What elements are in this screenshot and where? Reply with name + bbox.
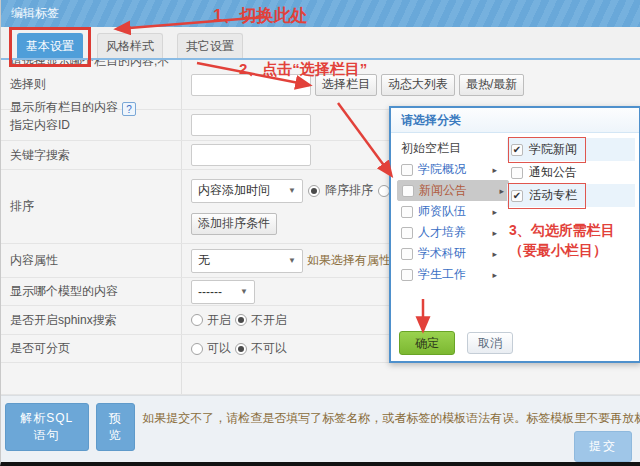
category-checkbox[interactable] bbox=[401, 206, 413, 218]
preview-button[interactable]: 预览 bbox=[96, 403, 136, 451]
sphinx-off-label: 不开启 bbox=[251, 312, 287, 329]
annotation-step3-line1: 3、勾选所需栏目 bbox=[509, 220, 635, 240]
column-input[interactable] bbox=[191, 74, 311, 96]
category-checkbox[interactable] bbox=[401, 269, 413, 281]
subcategory-checkbox-checked[interactable] bbox=[511, 190, 523, 202]
category-tree-left: 初始空栏目 学院概况 ▸ 新闻公告 ▸ 师资队伍 ▸ bbox=[397, 138, 501, 285]
paging-yes-radio[interactable] bbox=[191, 343, 203, 355]
hot-new-button[interactable]: 最热/最新 bbox=[459, 74, 524, 96]
content-id-label: 指定内容ID bbox=[1, 110, 182, 140]
list-item-research[interactable]: 学术科研 ▸ bbox=[397, 243, 501, 264]
attribute-select[interactable]: 无 ▼ bbox=[191, 249, 303, 273]
form-row-column-select: 请选择显示哪个栏目的内容,不选择则 显示所有栏目的内容? 选择栏目 动态大列表 … bbox=[1, 60, 640, 110]
category-checkbox[interactable] bbox=[401, 164, 413, 176]
sphinx-on-label: 开启 bbox=[207, 312, 231, 329]
content-id-input[interactable] bbox=[191, 114, 311, 136]
ok-button[interactable]: 确定 bbox=[399, 331, 455, 355]
cancel-button[interactable]: 取消 bbox=[467, 332, 513, 354]
submit-button[interactable]: 提交 bbox=[574, 431, 632, 462]
list-item-activity-column[interactable]: 活动专栏 bbox=[507, 184, 635, 207]
list-item-faculty[interactable]: 师资队伍 ▸ bbox=[397, 201, 501, 222]
form-row-empty bbox=[1, 363, 640, 395]
category-checkbox[interactable] bbox=[401, 248, 413, 260]
model-label: 显示哪个模型的内容 bbox=[1, 278, 182, 305]
tab-strip: 基本设置 风格样式 其它设置 bbox=[1, 27, 640, 60]
footer-bar: 解析SQL语句 预览 如果提交不了，请检查是否填写了标签名称，或者标签的模板语法… bbox=[1, 395, 640, 462]
annotation-step3: 3、勾选所需栏目 （要最小栏目） bbox=[507, 220, 635, 261]
sort-field-select[interactable]: 内容添加时间 ▼ bbox=[191, 179, 303, 203]
tab-other-settings[interactable]: 其它设置 bbox=[177, 33, 243, 58]
select-column-button[interactable]: 选择栏目 bbox=[315, 74, 377, 96]
category-checkbox[interactable] bbox=[402, 185, 414, 197]
tab-basic-settings[interactable]: 基本设置 bbox=[17, 33, 83, 58]
category-checkbox[interactable] bbox=[401, 227, 413, 239]
paging-label: 是否可分页 bbox=[1, 335, 182, 362]
window-title: 编辑标签 bbox=[1, 0, 640, 27]
add-sort-condition-button[interactable]: 添加排序条件 bbox=[191, 213, 277, 235]
annotation-step3-line2: （要最小栏目） bbox=[509, 240, 635, 260]
sort-field-value: 内容添加时间 bbox=[198, 182, 270, 199]
sphinx-label: 是否开启sphinx搜索 bbox=[1, 306, 182, 334]
chevron-down-icon: ▼ bbox=[288, 186, 296, 195]
list-item-overview[interactable]: 学院概况 ▸ bbox=[397, 159, 501, 180]
attribute-label: 内容属性 bbox=[1, 244, 182, 277]
attribute-note: 如果选择有属性 bbox=[307, 252, 391, 269]
paging-no-radio[interactable] bbox=[235, 343, 247, 355]
model-select[interactable]: ------ ▼ bbox=[191, 280, 255, 304]
expand-arrow-icon[interactable]: ▸ bbox=[492, 270, 497, 280]
list-item-empty-root: 初始空栏目 bbox=[397, 138, 501, 159]
column-select-label: 请选择显示哪个栏目的内容,不选择则 显示所有栏目的内容? bbox=[1, 60, 182, 109]
expand-arrow-icon[interactable]: ▸ bbox=[492, 249, 497, 259]
popup-title: 请选择分类 bbox=[391, 108, 639, 133]
chevron-down-icon: ▼ bbox=[288, 256, 296, 265]
expand-arrow-icon[interactable]: ▸ bbox=[492, 165, 497, 175]
keyword-input[interactable] bbox=[191, 144, 311, 166]
attribute-select-value: 无 bbox=[198, 252, 210, 269]
tab-style[interactable]: 风格样式 bbox=[97, 33, 163, 58]
sphinx-on-radio[interactable] bbox=[191, 314, 203, 326]
list-item-college-news[interactable]: 学院新闻 bbox=[507, 138, 635, 161]
keyword-label: 关键字搜索 bbox=[1, 141, 182, 169]
sphinx-off-radio[interactable] bbox=[235, 314, 247, 326]
subcategory-checkbox[interactable] bbox=[511, 167, 523, 179]
dynamic-list-button[interactable]: 动态大列表 bbox=[381, 74, 455, 96]
list-item-notices[interactable]: 通知公告 bbox=[507, 161, 635, 184]
subcategory-list: 学院新闻 通知公告 活动专栏 3、勾选所需栏目 （要最小栏目） bbox=[501, 138, 635, 285]
expand-arrow-icon[interactable]: ▸ bbox=[492, 228, 497, 238]
list-item-student-work[interactable]: 学生工作 ▸ bbox=[397, 264, 501, 285]
model-select-value: ------ bbox=[198, 285, 222, 299]
sort-desc-radio-label: 降序排序 bbox=[325, 182, 373, 199]
sort-desc-radio[interactable] bbox=[308, 185, 320, 197]
paging-yes-label: 可以 bbox=[207, 340, 231, 357]
list-item-news-notice[interactable]: 新闻公告 ▸ bbox=[397, 180, 509, 201]
category-picker-popup: 请选择分类 初始空栏目 学院概况 ▸ 新闻公告 ▸ 师资队伍 bbox=[389, 106, 640, 363]
list-item-training[interactable]: 人才培养 ▸ bbox=[397, 222, 501, 243]
edit-tag-window: 编辑标签 基本设置 风格样式 其它设置 请选择显示哪个栏目的内容,不选择则 显示… bbox=[0, 0, 640, 466]
paging-no-label: 不可以 bbox=[251, 340, 287, 357]
submit-hint-text: 如果提交不了，请检查是否填写了标签名称，或者标签的模板语法有误。标签模板里不要再… bbox=[142, 410, 640, 427]
subcategory-checkbox-checked[interactable] bbox=[511, 144, 523, 156]
parse-sql-button[interactable]: 解析SQL语句 bbox=[5, 403, 89, 451]
sort-label: 排序 bbox=[1, 170, 182, 243]
expand-arrow-icon[interactable]: ▸ bbox=[492, 207, 497, 217]
chevron-down-icon: ▼ bbox=[240, 287, 248, 296]
